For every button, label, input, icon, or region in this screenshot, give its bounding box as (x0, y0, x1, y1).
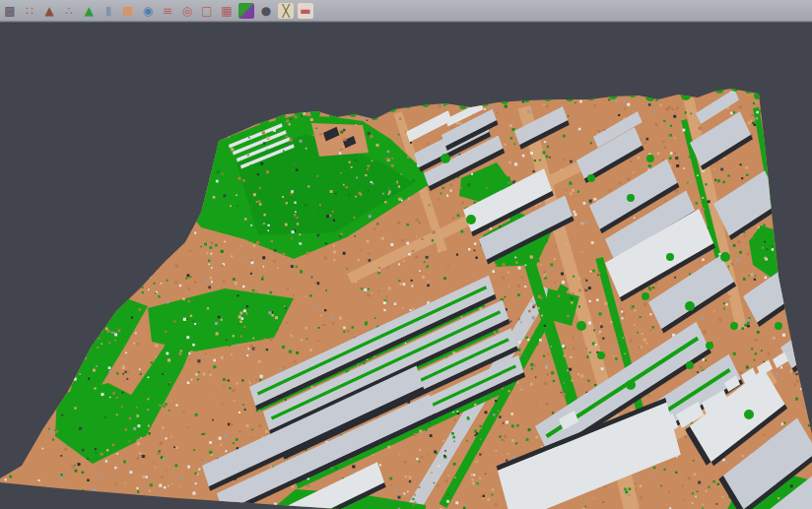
tree-canopy (714, 84, 724, 94)
frame-red-icon[interactable]: □ (199, 3, 215, 19)
tree-canopy (770, 194, 778, 202)
tree-canopy (764, 127, 772, 135)
ortho-orange-icon[interactable]: ■ (120, 3, 136, 19)
classes-color-icon[interactable] (238, 3, 254, 19)
tree-canopy (768, 170, 776, 178)
tree-canopy (441, 97, 449, 105)
tree-canopy (627, 194, 635, 202)
tree-canopy (762, 147, 770, 155)
terrain-brown-icon[interactable]: ▲ (41, 3, 57, 19)
tree-canopy (686, 361, 694, 369)
tree-canopy (310, 108, 320, 118)
tree-canopy (720, 252, 730, 262)
camera-dark-icon[interactable]: ● (258, 3, 274, 19)
tree-canopy (685, 301, 695, 311)
tree-canopy (646, 155, 654, 162)
tree-canopy (597, 351, 605, 359)
tree-canopy (481, 98, 489, 106)
tree-canopy (745, 86, 753, 94)
tree-canopy (730, 322, 738, 330)
tree-canopy (274, 109, 286, 121)
tree-canopy (387, 102, 397, 112)
tree-canopy (404, 100, 412, 108)
globe-icon[interactable]: ◉ (140, 3, 156, 19)
tree-canopy (576, 321, 586, 331)
tree-canopy (664, 89, 672, 96)
tree-canopy (774, 223, 781, 231)
tree-canopy (642, 292, 649, 300)
tree-canopy (544, 94, 552, 101)
tree-canopy (700, 87, 708, 95)
sparse-points-icon[interactable]: ∴ (61, 3, 77, 19)
tree-canopy (730, 82, 740, 92)
tree-canopy (587, 93, 595, 100)
tree-canopy (551, 300, 563, 312)
tree-canopy (775, 322, 782, 330)
main-toolbar: ▩∷▲∴▲▮■◉≡◎□▦●╳▬ (0, 0, 812, 22)
tree-canopy (259, 116, 269, 126)
tree-canopy (522, 95, 530, 102)
tree-canopy (566, 94, 574, 101)
tree-canopy (466, 215, 476, 224)
list-red-icon[interactable]: ≡ (160, 3, 175, 19)
ruler-red-icon[interactable]: ▬ (298, 3, 313, 19)
tree-canopy (629, 90, 637, 97)
terrain-green-icon[interactable]: ▲ (81, 3, 97, 19)
tree-canopy (608, 90, 618, 99)
viewport-svg (0, 23, 812, 509)
viewport-3d[interactable] (0, 22, 812, 509)
tree-canopy (371, 112, 378, 120)
terrain (0, 23, 812, 509)
tree-canopy (706, 342, 713, 350)
tree-canopy (293, 104, 304, 116)
tree-canopy (500, 95, 509, 104)
tree-canopy (459, 101, 467, 109)
tree-canopy (760, 107, 768, 115)
tree-canopy (666, 253, 674, 261)
profile-blue-icon[interactable]: ▮ (101, 3, 116, 19)
tree-canopy (778, 245, 785, 253)
tree-canopy (440, 154, 450, 163)
cloud-dark-icon[interactable]: ▩ (2, 3, 18, 19)
tree-canopy (421, 97, 431, 107)
tree-canopy (645, 92, 655, 101)
target-red-icon[interactable]: ◎ (179, 3, 195, 19)
tree-canopy (744, 410, 754, 419)
align-points-icon[interactable]: ∷ (22, 3, 37, 19)
checker-red-icon[interactable]: ▦ (219, 3, 235, 19)
tree-canopy (754, 92, 762, 99)
tree-canopy (329, 112, 337, 120)
delete-cross-icon[interactable]: ╳ (278, 3, 294, 19)
app-window: ▩∷▲∴▲▮■◉≡◎□▦●╳▬ (0, 0, 812, 509)
tree-canopy (587, 174, 595, 182)
tree-canopy (626, 380, 636, 390)
tree-canopy (348, 107, 358, 117)
tree-canopy (681, 91, 691, 100)
